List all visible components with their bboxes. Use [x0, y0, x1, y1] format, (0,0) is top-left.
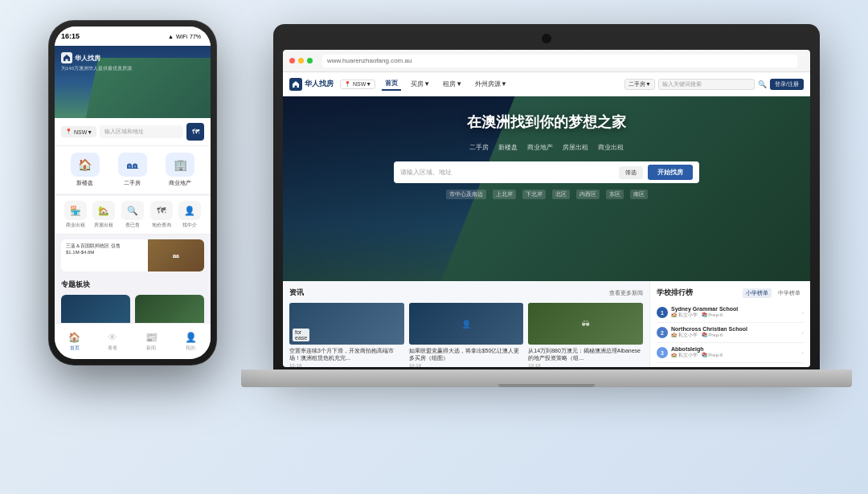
hero-tab-house-rent[interactable]: 房屋出租: [563, 141, 588, 153]
second-house-dropdown[interactable]: 二手房▼: [624, 79, 655, 90]
school-name-3: Abbotsleigh: [671, 346, 798, 352]
phone-ad-text: 三蓝＆百国联邦统区 仅售$1.1M-$4.6M: [61, 239, 148, 271]
hero-search-box: 请输入区域、地址 筛选 开始找房: [394, 161, 699, 183]
school-arrow-3: ›: [801, 349, 804, 357]
news-header: 资讯 查看更多新闻: [289, 288, 643, 298]
browser-minimize-button[interactable]: [298, 58, 304, 63]
phone-time: 16:15: [61, 32, 80, 40]
website-keyword-search[interactable]: 输入关键词搜索: [658, 79, 755, 90]
website-logo-text: 华人找房: [305, 79, 334, 89]
phone-ad-banner[interactable]: 三蓝＆百国联邦统区 仅售$1.1M-$4.6M 🏘: [61, 239, 204, 271]
website-search-icon[interactable]: 🔍: [758, 80, 767, 88]
laptop-body: www.huarenzhaofang.com.au 华人找房 📍 NSW▼ 首页: [273, 24, 820, 369]
phone-agent[interactable]: 👤 找中介: [178, 201, 201, 229]
phone-device: 16:15 ▲ WiFi 77% 华人找房 为140万: [48, 20, 217, 365]
house-rent-label: 房屋出租: [94, 222, 113, 229]
hero-tab-commercial[interactable]: 商业地产: [527, 141, 553, 153]
phone-map-button[interactable]: 🗺: [186, 123, 204, 141]
website-location-selector[interactable]: 📍 NSW▼: [340, 80, 375, 89]
school-ranking-header: 学校排行榜 小学榜单 中学榜单: [657, 288, 804, 298]
area-tag-central[interactable]: 市中心及南边: [446, 190, 486, 199]
news-items: forease 空置率连续3个月下滑，开发商拍抱高端市场！澳洲租赁危机充完...…: [289, 303, 643, 367]
phone-nav-commercial[interactable]: 🏢 商业地产: [166, 153, 194, 187]
phone-nav-new-listing[interactable]: 🏠 新楼盘: [71, 153, 100, 187]
laptop-device: www.huarenzhaofang.com.au 华人找房 📍 NSW▼ 首页: [273, 24, 820, 474]
hero-tab-second-hand[interactable]: 二手房: [469, 141, 489, 153]
school-item-1[interactable]: 1 Sydney Grammar School 🏫 私立小学 📚 Prep-6 …: [657, 303, 804, 323]
browser-chrome: www.huarenzhaofang.com.au: [283, 50, 810, 72]
school-info-2: Northcross Christian School 🏫 私立小学 📚 Pre…: [671, 326, 798, 339]
school-rank-2: 2: [657, 327, 668, 338]
area-tag-south[interactable]: 南区: [630, 190, 648, 199]
phone-tab-profile[interactable]: 👤 我的: [185, 332, 197, 352]
hero-search-input[interactable]: 请输入区域、地址: [400, 168, 614, 177]
news-item-1[interactable]: forease 空置率连续3个月下滑，开发商拍抱高端市场！澳洲租赁危机充完...…: [289, 303, 404, 367]
school-ranking-title: 学校排行榜: [657, 288, 693, 298]
phone-search-bar: 📍 NSW▼ 输入区域和地址 🗺: [55, 118, 211, 146]
school-tab-secondary[interactable]: 中学榜单: [775, 288, 804, 298]
phone-body: 16:15 ▲ WiFi 77% 华人找房 为140万: [48, 20, 217, 365]
website-hero: 在澳洲找到你的梦想之家 二手房 新楼盘 商业地产 房屋出租 商业出租 请输入区域…: [283, 96, 810, 281]
website-nav-buy[interactable]: 买房▼: [407, 78, 433, 90]
laptop-base: [241, 369, 852, 387]
house-rent-icon: 🏡: [92, 201, 115, 220]
area-tag-inner-west[interactable]: 内西区: [576, 190, 600, 199]
commercial-rent-icon: 🏪: [64, 201, 87, 220]
website-nav-overseas[interactable]: 外州房源▼: [472, 78, 510, 90]
sold-icon: 🔍: [121, 201, 144, 220]
area-tag-east[interactable]: 东区: [606, 190, 624, 199]
hero-tab-new[interactable]: 新楼盘: [498, 141, 518, 153]
browser-close-button[interactable]: [289, 58, 295, 63]
school-tab-primary[interactable]: 小学榜单: [743, 288, 772, 298]
new-listing-label: 新楼盘: [76, 179, 93, 187]
phone-search-input[interactable]: 输入区域和地址: [100, 125, 183, 138]
website-login-button[interactable]: 登录/注册: [770, 79, 804, 90]
map-icon: 🗺: [192, 128, 199, 136]
phone-nav-second-hand[interactable]: 🏘 二手房: [118, 153, 147, 187]
phone-featured-title: 专题板块: [61, 280, 204, 290]
sold-label: 查已售: [125, 222, 140, 229]
website-location-text: NSW▼: [353, 81, 371, 87]
phone-status-bar: 16:15 ▲ WiFi 77%: [55, 27, 211, 46]
website-logo: 华人找房: [289, 78, 334, 91]
website-nav-rent[interactable]: 租房▼: [440, 78, 465, 90]
news-item-2[interactable]: 👤 如果联盟党赢得大选，将拿出$50亿让澳人更多买房（组图） 10-18: [409, 303, 524, 367]
phone-location-text: NSW▼: [74, 129, 92, 135]
browser-fullscreen-button[interactable]: [307, 58, 313, 63]
hero-start-button[interactable]: 开始找房: [648, 165, 693, 180]
school-item-3[interactable]: 3 Abbotsleigh 🏫 私立小学 📚 Prep-6 ›: [657, 343, 804, 363]
agent-icon: 👤: [178, 201, 201, 220]
website-nav-home[interactable]: 首页: [382, 77, 401, 91]
news-text-3: 从14万到880万澳元：揭秘澳洲总理Albanese的地产投资策略（组...: [528, 347, 643, 361]
news-more-link[interactable]: 查看更多新闻: [609, 289, 643, 297]
school-meta-1: 🏫 私立小学 📚 Prep-6: [671, 312, 798, 319]
area-tag-north[interactable]: 北区: [552, 190, 570, 199]
phone-land-query[interactable]: 🗺 地价查询: [150, 201, 173, 229]
news-img-3-bg: 🕶: [528, 303, 643, 345]
location-icon: 📍: [65, 129, 72, 135]
phone-tab-browse[interactable]: 👁 看看: [108, 332, 117, 352]
phone-tab-home[interactable]: 🏠 首页: [68, 332, 80, 352]
school-meta-2: 🏫 私立小学 📚 Prep-6: [671, 332, 798, 339]
phone-location-button[interactable]: 📍 NSW▼: [61, 126, 96, 137]
tab-home-label: 首页: [70, 345, 80, 352]
school-rank-3: 3: [657, 347, 668, 358]
news-img-1-bg: forease: [289, 303, 404, 345]
phone-commercial-rent[interactable]: 🏪 商业出租: [64, 201, 87, 229]
hero-title: 在澳洲找到你的梦想之家: [299, 112, 794, 132]
phone-tab-news[interactable]: 📰 新闻: [145, 332, 158, 352]
area-tag-lower-north[interactable]: 下北岸: [522, 190, 546, 199]
school-info-1: Sydney Grammar School 🏫 私立小学 📚 Prep-6: [671, 306, 798, 319]
news-item-3[interactable]: 🕶 从14万到880万澳元：揭秘澳洲总理Albanese的地产投资策略（组...…: [528, 303, 643, 367]
phone-house-rent[interactable]: 🏡 房屋出租: [92, 201, 115, 229]
news-text-1: 空置率连续3个月下滑，开发商拍抱高端市场！澳洲租赁危机充完...: [289, 347, 404, 361]
area-tag-upper-north[interactable]: 上北岸: [493, 190, 516, 199]
battery-icon: 77%: [190, 34, 201, 39]
hero-tab-commercial-rent[interactable]: 商业出租: [598, 141, 624, 153]
browser-url-bar[interactable]: www.huarenzhaofang.com.au: [322, 55, 797, 67]
phone-sold[interactable]: 🔍 查已售: [121, 201, 144, 229]
website-nav-right: 二手房▼ 输入关键词搜索 🔍 登录/注册: [624, 79, 804, 90]
tab-browse-label: 看看: [108, 345, 117, 352]
hero-filter-button[interactable]: 筛选: [619, 166, 643, 179]
school-item-2[interactable]: 2 Northcross Christian School 🏫 私立小学 📚 P…: [657, 323, 804, 343]
